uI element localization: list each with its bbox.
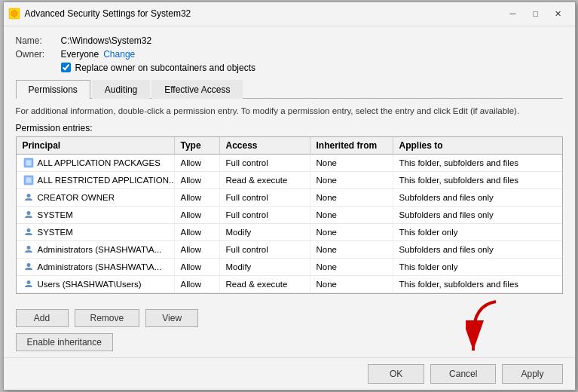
name-value: C:\Windows\System32 [61,35,152,46]
td-inherited-from: None [310,172,393,188]
svg-point-6 [26,211,30,215]
td-access: Read & execute [220,172,310,188]
maximize-button[interactable]: □ [525,6,546,21]
td-inherited-from: None [310,276,393,292]
user-icon [23,278,35,290]
replace-owner-row: Replace owner on subcontainers and objec… [61,63,563,73]
td-inherited-from: None [310,259,393,275]
view-button[interactable]: View [145,309,198,327]
td-principal: ALL APPLICATION PACKAGES [17,155,175,171]
table-body: ALL APPLICATION PACKAGESAllowFull contro… [17,155,562,293]
td-access: Full control [220,155,310,171]
td-access: Full control [220,207,310,223]
td-access: Read & execute [220,276,310,292]
main-window: Advanced Security Settings for System32 … [3,2,576,390]
user-icon [23,191,35,204]
title-controls: ─ □ ✕ [503,6,569,21]
table-row[interactable]: SYSTEMAllowModifyNoneThis folder only [17,224,562,241]
td-applies-to: Subfolders and files only [393,241,562,258]
description-text: For additional information, double-click… [16,105,563,117]
svg-point-8 [26,246,30,250]
td-inherited-from: None [310,207,393,223]
svg-point-5 [26,194,30,198]
window-icon [8,8,20,20]
td-type: Allow [175,276,220,292]
td-inherited-from: None [310,189,393,206]
col-type: Type [175,137,220,154]
td-principal: Administrators (SHASHWAT\A... [17,241,175,258]
td-applies-to: This folder, subfolders and files [393,172,562,188]
td-type: Allow [175,224,220,240]
td-type: Allow [175,207,220,223]
svg-point-9 [26,263,30,267]
col-inherited: Inherited from [310,137,393,154]
enable-inheritance-button[interactable]: Enable inheritance [16,333,113,351]
package-icon [23,157,35,169]
td-principal: ALL RESTRICTED APPLICATION... [17,172,175,188]
td-type: Allow [175,241,220,258]
user-icon [23,209,35,221]
td-principal: CREATOR OWNER [17,189,175,206]
footer: OK Cancel Apply [4,357,575,390]
td-inherited-from: None [310,155,393,171]
perm-entries-label: Permission entries: [16,123,563,133]
actions-row: Add Remove View [16,309,563,327]
table-row[interactable]: Users (SHASHWAT\Users)AllowRead & execut… [17,276,562,293]
col-applies: Applies to [393,137,562,154]
table-row[interactable]: ALL RESTRICTED APPLICATION...AllowRead &… [17,172,562,189]
minimize-button[interactable]: ─ [503,6,524,21]
user-icon [23,226,35,238]
name-label: Name: [16,35,61,46]
td-applies-to: This folder, subfolders and files [393,276,562,292]
user-icon [23,243,35,256]
table-row[interactable]: CREATOR OWNERAllowFull controlNoneSubfol… [17,189,562,207]
content-area: Name: C:\Windows\System32 Owner: Everyon… [4,26,575,303]
apply-button[interactable]: Apply [502,364,562,384]
tab-bar: Permissions Auditing Effective Access [16,79,563,99]
td-access: Full control [220,241,310,258]
svg-point-10 [26,280,30,284]
user-icon [23,261,35,273]
table-header: Principal Type Access Inherited from App… [17,137,562,155]
package-icon [23,174,35,186]
tab-permissions[interactable]: Permissions [16,80,90,99]
replace-owner-checkbox[interactable] [61,63,71,72]
td-type: Allow [175,189,220,206]
td-principal: Users (SHASHWAT\Users) [17,276,175,292]
svg-rect-2 [26,160,32,166]
remove-button[interactable]: Remove [75,309,140,327]
td-applies-to: Subfolders and files only [393,189,562,206]
owner-label: Owner: [16,49,61,60]
ok-button[interactable]: OK [368,364,424,384]
window-title: Advanced Security Settings for System32 [25,8,503,19]
td-access: Modify [220,259,310,275]
table-row[interactable]: SYSTEMAllowFull controlNoneSubfolders an… [17,207,562,224]
td-inherited-from: None [310,241,393,258]
table-row[interactable]: Administrators (SHASHWAT\A...AllowModify… [17,259,562,276]
td-type: Allow [175,259,220,275]
td-applies-to: Subfolders and files only [393,207,562,223]
permissions-table: Principal Type Access Inherited from App… [16,136,563,294]
col-access: Access [220,137,310,154]
tab-effective-access[interactable]: Effective Access [151,80,243,99]
title-bar: Advanced Security Settings for System32 … [4,2,575,26]
td-type: Allow [175,155,220,171]
col-principal: Principal [17,137,175,154]
cancel-button[interactable]: Cancel [430,364,496,384]
svg-rect-4 [26,177,32,183]
td-applies-to: This folder, subfolders and files [393,155,562,171]
add-button[interactable]: Add [16,309,69,327]
table-row[interactable]: Administrators (SHASHWAT\A...AllowFull c… [17,241,562,259]
td-inherited-from: None [310,224,393,240]
close-button[interactable]: ✕ [548,6,569,21]
svg-point-7 [26,228,30,232]
table-row[interactable]: ALL APPLICATION PACKAGESAllowFull contro… [17,155,562,172]
owner-row: Owner: Everyone Change [16,49,563,60]
tab-auditing[interactable]: Auditing [92,80,150,99]
change-owner-link[interactable]: Change [103,49,135,60]
action-buttons-area: Add Remove View Enable inheritance [4,309,575,351]
td-applies-to: This folder only [393,259,562,275]
td-access: Modify [220,224,310,240]
owner-value: Everyone [61,49,99,60]
td-principal: SYSTEM [17,224,175,240]
